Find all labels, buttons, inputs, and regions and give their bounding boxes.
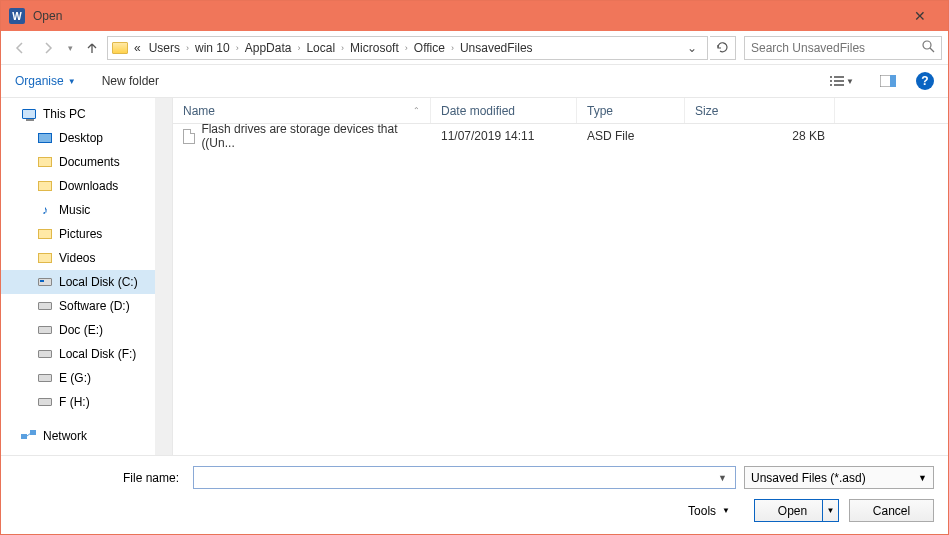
view-options-button[interactable]: ▼ xyxy=(824,70,860,92)
tree-item-f-h-[interactable]: F (H:) xyxy=(1,390,155,414)
file-date: 11/07/2019 14:11 xyxy=(431,129,577,143)
file-row[interactable]: Flash drives are storage devices that ((… xyxy=(173,124,948,148)
column-name[interactable]: Name ⌃ xyxy=(173,98,431,123)
toolbar: Organise ▼ New folder ▼ ? xyxy=(1,65,948,97)
footer: File name: ▼ Unsaved Files (*.asd) ▼ Too… xyxy=(1,455,948,534)
tree-this-pc[interactable]: This PC xyxy=(1,102,155,126)
chevron-down-icon: ▼ xyxy=(68,77,76,86)
folder-icon xyxy=(37,227,53,241)
tree-item-e-g-[interactable]: E (G:) xyxy=(1,366,155,390)
breadcrumb-item[interactable]: AppData xyxy=(243,41,294,55)
column-size[interactable]: Size xyxy=(685,98,835,123)
file-size: 28 KB xyxy=(685,129,835,143)
tree-item-documents[interactable]: Documents xyxy=(1,150,155,174)
tools-label: Tools xyxy=(688,504,716,518)
tree-label: Local Disk (C:) xyxy=(59,275,138,289)
open-button[interactable]: Open ▼ xyxy=(754,499,839,522)
new-folder-button[interactable]: New folder xyxy=(102,74,159,88)
tree-label: F (H:) xyxy=(59,395,90,409)
filename-combo[interactable]: ▼ xyxy=(193,466,736,489)
tree-item-videos[interactable]: Videos xyxy=(1,246,155,270)
scrollbar-thumb[interactable] xyxy=(157,100,170,156)
address-dropdown[interactable]: ⌄ xyxy=(681,41,703,55)
tree-label: This PC xyxy=(43,107,86,121)
breadcrumb-item[interactable]: Local xyxy=(304,41,337,55)
folder-icon xyxy=(112,42,128,54)
column-type[interactable]: Type xyxy=(577,98,685,123)
tree-item-desktop[interactable]: Desktop xyxy=(1,126,155,150)
drive-icon xyxy=(37,323,53,337)
breadcrumb-item[interactable]: Office xyxy=(412,41,447,55)
folder-icon xyxy=(37,155,53,169)
back-button[interactable] xyxy=(7,35,33,61)
chevron-down-icon[interactable]: ▼ xyxy=(714,473,731,483)
search-icon xyxy=(922,40,935,56)
breadcrumb-item[interactable]: Microsoft xyxy=(348,41,401,55)
refresh-button[interactable] xyxy=(710,36,736,60)
drive-c-icon xyxy=(37,275,53,289)
file-name: Flash drives are storage devices that ((… xyxy=(201,122,421,150)
svg-rect-2 xyxy=(830,76,832,78)
tree-item-local-disk-c-[interactable]: Local Disk (C:) xyxy=(1,270,155,294)
folder-icon xyxy=(37,251,53,265)
refresh-icon xyxy=(716,41,729,54)
recent-dropdown[interactable]: ▾ xyxy=(63,35,77,61)
tree-label: Music xyxy=(59,203,90,217)
svg-rect-10 xyxy=(21,434,27,439)
pc-icon xyxy=(21,107,37,121)
network-icon xyxy=(21,429,37,443)
file-type-filter[interactable]: Unsaved Files (*.asd) ▼ xyxy=(744,466,934,489)
tree-item-software-d-[interactable]: Software (D:) xyxy=(1,294,155,318)
titlebar: W Open ✕ xyxy=(1,1,948,31)
tree-item-pictures[interactable]: Pictures xyxy=(1,222,155,246)
arrow-right-icon xyxy=(41,41,55,55)
header-label: Name xyxy=(183,104,215,118)
organise-label: Organise xyxy=(15,74,64,88)
search-input[interactable] xyxy=(751,41,922,55)
chevron-down-icon: ▼ xyxy=(722,506,730,515)
tree-item-doc-e-[interactable]: Doc (E:) xyxy=(1,318,155,342)
window-title: Open xyxy=(33,9,62,23)
tree-label: Videos xyxy=(59,251,95,265)
breadcrumb-item[interactable]: UnsavedFiles xyxy=(458,41,535,55)
cancel-button[interactable]: Cancel xyxy=(849,499,934,522)
svg-line-1 xyxy=(930,48,934,52)
breadcrumb-item[interactable]: win 10 xyxy=(193,41,232,55)
column-date[interactable]: Date modified xyxy=(431,98,577,123)
tree-label: Documents xyxy=(59,155,120,169)
tree-label: Desktop xyxy=(59,131,103,145)
organise-button[interactable]: Organise ▼ xyxy=(15,74,76,88)
sort-indicator-icon: ⌃ xyxy=(413,106,420,115)
chevron-down-icon: ▼ xyxy=(846,77,854,86)
open-split-dropdown[interactable]: ▼ xyxy=(822,500,838,521)
tree-label: Doc (E:) xyxy=(59,323,103,337)
breadcrumb-overflow[interactable]: « xyxy=(132,41,143,55)
column-headers: Name ⌃ Date modified Type Size xyxy=(173,98,948,124)
svg-rect-6 xyxy=(830,84,832,86)
tree-network[interactable]: Network xyxy=(1,424,155,448)
view-icon xyxy=(830,75,844,87)
tree-item-music[interactable]: ♪Music xyxy=(1,198,155,222)
desktop-icon xyxy=(37,131,53,145)
folder-icon xyxy=(37,179,53,193)
word-app-icon: W xyxy=(9,8,25,24)
address-bar[interactable]: « Users› win 10› AppData› Local› Microso… xyxy=(107,36,708,60)
chevron-down-icon: ▼ xyxy=(918,473,927,483)
tree-item-local-disk-f-[interactable]: Local Disk (F:) xyxy=(1,342,155,366)
preview-pane-button[interactable] xyxy=(870,70,906,92)
tree-label: Network xyxy=(43,429,87,443)
filename-input[interactable] xyxy=(198,471,714,485)
help-button[interactable]: ? xyxy=(916,72,934,90)
forward-button[interactable] xyxy=(35,35,61,61)
tree-label: Downloads xyxy=(59,179,118,193)
drive-icon xyxy=(37,395,53,409)
open-label: Open xyxy=(778,504,807,518)
close-button[interactable]: ✕ xyxy=(900,1,940,31)
svg-rect-9 xyxy=(890,75,896,87)
search-box[interactable] xyxy=(744,36,942,60)
tools-button[interactable]: Tools ▼ xyxy=(688,504,730,518)
up-button[interactable] xyxy=(79,35,105,61)
breadcrumb-item[interactable]: Users xyxy=(147,41,182,55)
tree-item-downloads[interactable]: Downloads xyxy=(1,174,155,198)
svg-rect-3 xyxy=(834,76,844,78)
